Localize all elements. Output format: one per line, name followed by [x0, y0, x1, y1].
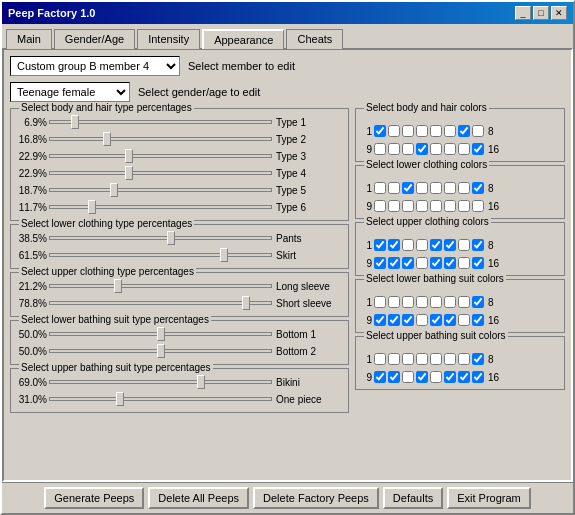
color-cb[interactable] [416, 371, 428, 383]
color-cb[interactable] [444, 200, 456, 212]
slider-bikini[interactable] [49, 380, 272, 384]
color-cb[interactable] [374, 371, 386, 383]
delete-all-peeps-button[interactable]: Delete All Peeps [148, 487, 249, 509]
color-cb[interactable] [472, 182, 484, 194]
close-button[interactable]: ✕ [551, 6, 567, 20]
color-cb[interactable] [472, 314, 484, 326]
defaults-button[interactable]: Defaults [383, 487, 443, 509]
tab-intensity[interactable]: Intensity [137, 29, 200, 49]
color-cb[interactable] [458, 314, 470, 326]
color-cb[interactable] [402, 296, 414, 308]
color-cb[interactable] [430, 200, 442, 212]
color-cb[interactable] [458, 125, 470, 137]
color-cb[interactable] [472, 257, 484, 269]
color-cb[interactable] [402, 125, 414, 137]
color-cb[interactable] [444, 296, 456, 308]
color-cb[interactable] [472, 200, 484, 212]
color-cb[interactable] [402, 314, 414, 326]
color-cb[interactable] [430, 125, 442, 137]
color-cb[interactable] [402, 200, 414, 212]
slider-shortsleeve[interactable] [49, 301, 272, 305]
slider-bottom2[interactable] [49, 349, 272, 353]
color-cb[interactable] [430, 314, 442, 326]
color-cb[interactable] [374, 125, 386, 137]
tab-main[interactable]: Main [6, 29, 52, 49]
color-cb[interactable] [458, 353, 470, 365]
color-cb[interactable] [430, 353, 442, 365]
slider-type6[interactable] [49, 205, 272, 209]
color-cb[interactable] [416, 200, 428, 212]
slider-type3[interactable] [49, 154, 272, 158]
color-cb[interactable] [444, 257, 456, 269]
slider-skirt[interactable] [49, 253, 272, 257]
color-cb[interactable] [416, 353, 428, 365]
color-cb[interactable] [472, 353, 484, 365]
color-cb[interactable] [444, 239, 456, 251]
color-cb[interactable] [458, 257, 470, 269]
color-cb[interactable] [444, 143, 456, 155]
color-cb[interactable] [388, 371, 400, 383]
color-cb[interactable] [388, 200, 400, 212]
slider-type1[interactable] [49, 120, 272, 124]
color-cb[interactable] [444, 125, 456, 137]
slider-longsleeve[interactable] [49, 284, 272, 288]
color-cb[interactable] [388, 182, 400, 194]
delete-factory-peeps-button[interactable]: Delete Factory Peeps [253, 487, 379, 509]
color-cb[interactable] [472, 239, 484, 251]
color-cb[interactable] [402, 239, 414, 251]
color-cb[interactable] [388, 353, 400, 365]
color-cb[interactable] [388, 143, 400, 155]
minimize-button[interactable]: _ [515, 6, 531, 20]
color-cb[interactable] [388, 125, 400, 137]
generate-peeps-button[interactable]: Generate Peeps [44, 487, 144, 509]
color-cb[interactable] [402, 353, 414, 365]
slider-pants[interactable] [49, 236, 272, 240]
color-cb[interactable] [458, 182, 470, 194]
color-cb[interactable] [416, 296, 428, 308]
color-cb[interactable] [472, 371, 484, 383]
color-cb[interactable] [416, 143, 428, 155]
color-cb[interactable] [416, 257, 428, 269]
color-cb[interactable] [430, 143, 442, 155]
color-cb[interactable] [374, 257, 386, 269]
color-cb[interactable] [374, 200, 386, 212]
color-cb[interactable] [402, 371, 414, 383]
exit-program-button[interactable]: Exit Program [447, 487, 531, 509]
color-cb[interactable] [374, 143, 386, 155]
tab-appearance[interactable]: Appearance [202, 29, 284, 49]
color-cb[interactable] [374, 353, 386, 365]
color-cb[interactable] [402, 257, 414, 269]
color-cb[interactable] [458, 371, 470, 383]
color-cb[interactable] [472, 125, 484, 137]
tab-cheats[interactable]: Cheats [286, 29, 343, 49]
color-cb[interactable] [444, 314, 456, 326]
color-cb[interactable] [472, 143, 484, 155]
maximize-button[interactable]: □ [533, 6, 549, 20]
color-cb[interactable] [430, 296, 442, 308]
color-cb[interactable] [444, 182, 456, 194]
color-cb[interactable] [444, 371, 456, 383]
color-cb[interactable] [416, 314, 428, 326]
color-cb[interactable] [458, 143, 470, 155]
gender-select[interactable]: Teenage female [10, 82, 130, 102]
color-cb[interactable] [402, 182, 414, 194]
color-cb[interactable] [374, 296, 386, 308]
color-cb[interactable] [388, 296, 400, 308]
slider-onepiece[interactable] [49, 397, 272, 401]
color-cb[interactable] [458, 296, 470, 308]
color-cb[interactable] [430, 257, 442, 269]
slider-type4[interactable] [49, 171, 272, 175]
color-cb[interactable] [374, 239, 386, 251]
color-cb[interactable] [444, 353, 456, 365]
slider-bottom1[interactable] [49, 332, 272, 336]
member-select[interactable]: Custom group B member 4 [10, 56, 180, 76]
slider-type5[interactable] [49, 188, 272, 192]
color-cb[interactable] [458, 239, 470, 251]
color-cb[interactable] [402, 143, 414, 155]
color-cb[interactable] [430, 182, 442, 194]
color-cb[interactable] [388, 239, 400, 251]
color-cb[interactable] [374, 182, 386, 194]
color-cb[interactable] [388, 314, 400, 326]
color-cb[interactable] [388, 257, 400, 269]
tab-genderage[interactable]: Gender/Age [54, 29, 135, 49]
